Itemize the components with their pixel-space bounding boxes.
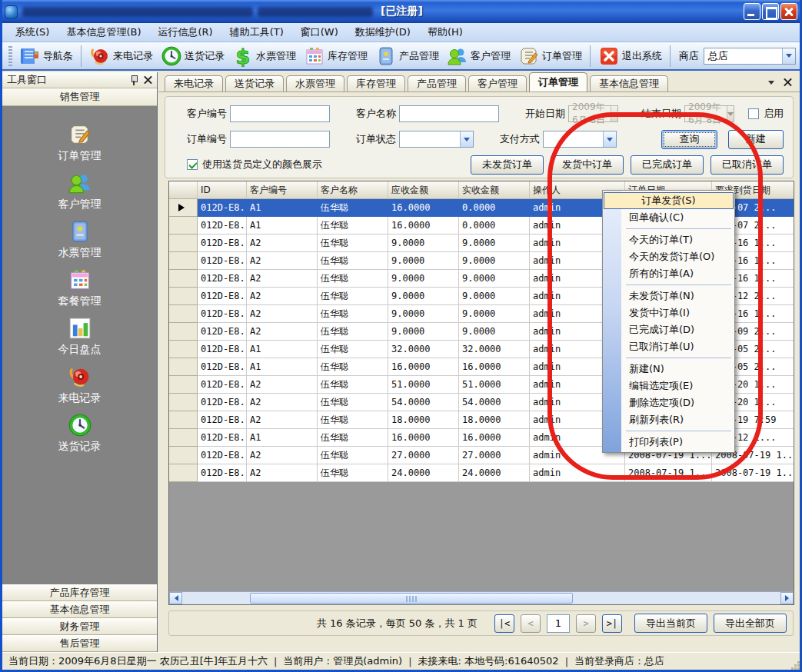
sidebar-section-product-inventory[interactable]: 产品库存管理 bbox=[2, 584, 157, 601]
sidebar-section-after-sales[interactable]: 售后管理 bbox=[2, 635, 157, 652]
menu-item-shipping[interactable]: 发货中订单(I) bbox=[603, 304, 734, 321]
menu-item-delete-selected[interactable]: 删除选定项(D) bbox=[603, 394, 734, 411]
pay-method-dropdown-icon[interactable] bbox=[603, 131, 616, 147]
scroll-left-icon[interactable] bbox=[169, 592, 182, 604]
sidebar-item-orders[interactable]: 订单管理 bbox=[34, 118, 126, 167]
sidebar-section-basic-info[interactable]: 基本信息管理 bbox=[2, 601, 157, 618]
tab-delivery-records[interactable]: 送货记录 bbox=[225, 75, 284, 91]
menu-help[interactable]: 帮助(H) bbox=[419, 23, 471, 42]
sidebar-item-today-check[interactable]: 今日盘点 bbox=[34, 312, 126, 361]
tab-call-records[interactable]: 来电记录 bbox=[165, 75, 223, 91]
tab-list-dropdown-icon[interactable] bbox=[768, 81, 774, 88]
col-customer-code[interactable]: 客户编号 bbox=[247, 181, 318, 199]
cell-receivable: 32.0000 bbox=[388, 341, 459, 358]
toolbar-customers[interactable]: 客户管理 bbox=[443, 44, 514, 68]
resize-grip[interactable] bbox=[797, 667, 800, 670]
menu-item-today-shipped[interactable]: 今天的发货订单(O) bbox=[603, 248, 734, 265]
pay-method-select[interactable] bbox=[543, 131, 617, 148]
menu-item-cancelled[interactable]: 已取消订单(U) bbox=[603, 338, 734, 355]
table-row[interactable]: 012D-E8... A2 伍华聪 24.0000 24.0000 admin … bbox=[169, 464, 794, 482]
menu-item-today-orders[interactable]: 今天的订单(T) bbox=[603, 231, 734, 248]
menu-run-info[interactable]: 运行信息(R) bbox=[149, 23, 221, 42]
sidebar-item-water-tickets[interactable]: 水票管理 bbox=[34, 215, 126, 264]
sidebar-item-call-records[interactable]: 来电记录 bbox=[34, 361, 126, 409]
color-display-checkbox[interactable] bbox=[187, 159, 198, 170]
new-button[interactable]: 新建 bbox=[728, 130, 784, 149]
tab-orders[interactable]: 订单管理 bbox=[529, 72, 587, 91]
tab-inventory[interactable]: 库存管理 bbox=[347, 75, 405, 91]
customer-code-input[interactable] bbox=[230, 105, 330, 122]
toolbar-products[interactable]: 产品管理 bbox=[371, 44, 443, 68]
row-selector-cell bbox=[169, 217, 198, 235]
col-id[interactable]: ID bbox=[198, 181, 247, 199]
col-received[interactable]: 实收金额 bbox=[459, 181, 530, 199]
sidebar-section-sales[interactable]: 销售管理 bbox=[2, 88, 157, 106]
menu-item-print-list[interactable]: 打印列表(P) bbox=[603, 434, 734, 451]
enable-checkbox[interactable] bbox=[748, 108, 759, 119]
toolbar-call-records[interactable]: 来电记录 bbox=[85, 44, 157, 68]
shipping-orders-button[interactable]: 发货中订单 bbox=[551, 155, 624, 175]
prev-page-button[interactable]: < bbox=[521, 614, 541, 633]
shop-dropdown-icon[interactable] bbox=[782, 48, 795, 64]
menu-item-ship-order[interactable]: 订单发货(S) bbox=[604, 192, 734, 209]
completed-orders-button[interactable]: 已完成订单 bbox=[631, 155, 704, 175]
search-button[interactable]: 查询 bbox=[661, 130, 717, 149]
tab-products[interactable]: 产品管理 bbox=[408, 75, 466, 91]
last-page-button[interactable]: >| bbox=[602, 614, 622, 633]
start-date-picker[interactable]: 2009年 6月 8日 bbox=[568, 105, 618, 122]
start-date-dropdown-icon[interactable] bbox=[611, 106, 617, 121]
menu-item-all-orders[interactable]: 所有的订单(A) bbox=[603, 265, 734, 282]
first-page-button[interactable]: |< bbox=[494, 614, 514, 633]
close-sidebar-icon[interactable] bbox=[144, 76, 152, 85]
toolbar-separator bbox=[81, 45, 82, 67]
toolbar-water-tickets[interactable]: 水票管理 bbox=[228, 44, 300, 68]
order-code-input[interactable] bbox=[230, 131, 330, 148]
maximize-button[interactable] bbox=[762, 3, 779, 20]
sidebar-item-customers[interactable]: 客户管理 bbox=[34, 167, 126, 215]
sidebar-item-packages[interactable]: 套餐管理 bbox=[34, 264, 126, 312]
col-receivable[interactable]: 应收金额 bbox=[388, 181, 459, 199]
toolbar-orders[interactable]: 订单管理 bbox=[514, 44, 586, 68]
end-date-dropdown-icon[interactable] bbox=[727, 106, 734, 121]
unshipped-orders-button[interactable]: 未发货订单 bbox=[471, 155, 544, 175]
end-date-picker[interactable]: 2009年 6月 8日 bbox=[684, 105, 734, 122]
order-status-dropdown-icon[interactable] bbox=[460, 131, 473, 147]
sidebar-item-delivery-records[interactable]: 送货记录 bbox=[34, 409, 126, 457]
close-tab-icon[interactable] bbox=[784, 78, 792, 87]
tab-customers[interactable]: 客户管理 bbox=[468, 75, 527, 91]
minimize-button[interactable] bbox=[744, 3, 760, 20]
toolbar-navigator[interactable]: 导航条 bbox=[15, 44, 77, 68]
close-button[interactable] bbox=[780, 3, 797, 20]
menu-basic-info[interactable]: 基本信息管理(B) bbox=[58, 23, 149, 42]
shop-select[interactable]: 总店 bbox=[704, 48, 796, 65]
menu-window[interactable]: 窗口(W) bbox=[292, 23, 347, 42]
toolbar-delivery-records[interactable]: 送货记录 bbox=[157, 44, 228, 68]
menu-item-refresh-list[interactable]: 刷新列表(R) bbox=[603, 411, 734, 428]
col-customer-name[interactable]: 客户名称 bbox=[318, 181, 388, 199]
horizontal-scrollbar[interactable] bbox=[169, 591, 794, 604]
toolbar-inventory[interactable]: 库存管理 bbox=[300, 44, 371, 68]
menu-item-completed[interactable]: 已完成订单(D) bbox=[603, 321, 734, 338]
menu-item-confirm-receipt[interactable]: 回单确认(C) bbox=[603, 209, 734, 226]
scrollbar-thumb[interactable] bbox=[250, 593, 573, 604]
menu-data-maintain[interactable]: 数据维护(D) bbox=[347, 23, 419, 42]
toolbar-exit[interactable]: 退出系统 bbox=[594, 44, 666, 68]
cancelled-orders-button[interactable]: 已取消订单 bbox=[710, 155, 784, 175]
sidebar-section-finance[interactable]: 财务管理 bbox=[2, 618, 157, 635]
scroll-right-icon[interactable] bbox=[780, 592, 794, 604]
menu-system[interactable]: 系统(S) bbox=[7, 23, 58, 42]
export-current-page-button[interactable]: 导出当前页 bbox=[634, 614, 707, 633]
customer-name-input[interactable] bbox=[399, 105, 499, 122]
cell-customer-name: 伍华聪 bbox=[318, 341, 388, 358]
tab-water-tickets[interactable]: 水票管理 bbox=[286, 75, 344, 91]
export-all-pages-button[interactable]: 导出全部页 bbox=[714, 614, 787, 633]
pin-icon[interactable] bbox=[130, 75, 138, 85]
menu-item-edit-selected[interactable]: 编辑选定项(E) bbox=[603, 378, 734, 394]
page-number-input[interactable] bbox=[547, 614, 570, 633]
order-status-select[interactable] bbox=[399, 131, 474, 148]
menu-item-new[interactable]: 新建(N) bbox=[603, 361, 734, 378]
menu-item-unshipped[interactable]: 未发货订单(N) bbox=[603, 288, 734, 304]
menu-tools[interactable]: 辅助工具(T) bbox=[221, 23, 292, 42]
tab-basic-info[interactable]: 基本信息管理 bbox=[590, 75, 668, 91]
next-page-button[interactable]: > bbox=[576, 614, 596, 633]
